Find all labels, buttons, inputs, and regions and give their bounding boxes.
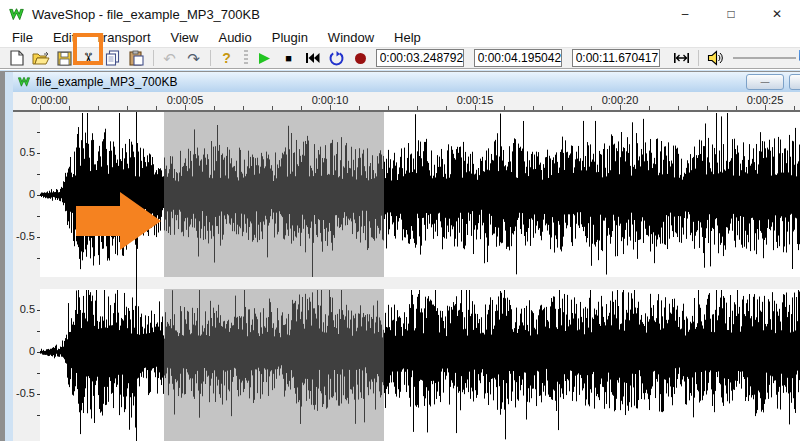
close-button[interactable]: ✕ — [754, 0, 800, 28]
time-ruler-tick — [678, 106, 679, 110]
time-ruler-tick — [707, 106, 708, 110]
amplitude-label: -0.5 — [16, 230, 35, 242]
time-ruler-tick — [272, 106, 273, 110]
mdi-area: file_example_MP3_700KB — ❐ 0:00:000:00:0… — [0, 71, 800, 441]
menu-edit[interactable]: Edit — [43, 28, 85, 47]
speaker-icon — [707, 50, 723, 66]
menu-audio[interactable]: Audio — [208, 28, 261, 47]
menu-plugin[interactable]: Plugin — [262, 28, 318, 47]
selection-start-time-field[interactable] — [474, 49, 562, 67]
time-ruler-label: 0:00:25 — [741, 94, 789, 106]
paste-button[interactable] — [125, 48, 149, 68]
time-ruler-tick — [359, 106, 360, 110]
undo-button[interactable]: ↶ — [158, 48, 182, 68]
toolbar: ✂ ↶ ↷ ? — [0, 47, 800, 69]
time-ruler-tick — [417, 106, 418, 110]
help-button[interactable]: ? — [215, 48, 239, 68]
app-window: WaveShop - file_example_MP3_700KB – □ ✕ … — [0, 0, 800, 441]
time-ruler-tick — [591, 106, 592, 110]
menu-help[interactable]: Help — [384, 28, 431, 47]
time-ruler-label: 0:00:05 — [161, 94, 209, 106]
amplitude-label: 0 — [29, 345, 35, 357]
document-window: file_example_MP3_700KB — ❐ 0:00:000:00:0… — [5, 72, 800, 441]
amplitude-label: 0 — [29, 188, 35, 200]
waveform-canvas[interactable] — [40, 112, 800, 441]
stop-button[interactable]: ■ — [277, 48, 301, 68]
document-restore-button[interactable]: ❐ — [789, 74, 800, 90]
time-ruler-tick — [736, 106, 737, 110]
redo-button[interactable]: ↷ — [182, 48, 206, 68]
maximize-button[interactable]: □ — [708, 0, 754, 28]
amplitude-label: 0.5 — [20, 303, 35, 315]
paste-icon — [129, 50, 144, 66]
time-ruler-tick — [127, 106, 128, 110]
minimize-button[interactable]: – — [662, 0, 708, 28]
play-button[interactable] — [253, 48, 277, 68]
copy-icon — [105, 50, 120, 66]
menu-view[interactable]: View — [161, 28, 209, 47]
waveform-view: 0.50-0.50.50-0.5 — [13, 112, 800, 441]
window-title: WaveShop - file_example_MP3_700KB — [32, 7, 260, 22]
app-logo-icon — [8, 6, 25, 23]
time-ruler-tick — [388, 106, 389, 110]
open-file-button[interactable] — [29, 48, 53, 68]
time-ruler-tick — [533, 106, 534, 110]
time-ruler-tick — [504, 106, 505, 110]
save-button[interactable] — [53, 48, 77, 68]
time-ruler-label: 0:00:15 — [451, 94, 499, 106]
window-controls: – □ ✕ — [662, 0, 800, 28]
time-ruler-tick — [649, 106, 650, 110]
copy-button[interactable] — [101, 48, 125, 68]
rewind-button[interactable] — [301, 48, 325, 68]
loop-button[interactable] — [325, 48, 349, 68]
selection-end-time-field[interactable] — [572, 49, 660, 67]
time-ruler-label: 0:00:10 — [306, 94, 354, 106]
time-ruler-label: 0:00:20 — [596, 94, 644, 106]
new-file-button[interactable] — [5, 48, 29, 68]
time-ruler-tick — [156, 106, 157, 110]
time-ruler-tick — [243, 106, 244, 110]
volume-slider[interactable] — [733, 49, 800, 67]
record-icon — [355, 53, 366, 64]
fit-width-icon — [673, 52, 690, 64]
help-icon: ? — [222, 51, 231, 65]
time-ruler-tick — [446, 106, 447, 110]
undo-icon: ↶ — [163, 51, 176, 66]
time-ruler-tick — [562, 106, 563, 110]
volume-slider-track[interactable] — [733, 57, 796, 59]
menu-window[interactable]: Window — [318, 28, 384, 47]
menubar: File Edit Transport View Audio Plugin Wi… — [0, 28, 800, 47]
play-icon — [258, 52, 271, 65]
time-ruler-tick — [69, 106, 70, 110]
record-button[interactable] — [349, 48, 373, 68]
amplitude-label: -0.5 — [16, 387, 35, 399]
redo-icon: ↷ — [187, 51, 200, 66]
scissors-icon: ✂ — [81, 52, 96, 65]
loop-icon — [329, 51, 344, 66]
open-folder-icon — [32, 51, 50, 66]
rewind-icon — [305, 52, 320, 64]
menu-file[interactable]: File — [2, 28, 43, 47]
save-floppy-icon — [57, 51, 72, 66]
amplitude-label: 0.5 — [20, 146, 35, 158]
time-ruler-label: 0:00:00 — [31, 94, 68, 106]
toolbar-grip[interactable] — [244, 50, 248, 66]
time-ruler-tick — [214, 106, 215, 110]
titlebar: WaveShop - file_example_MP3_700KB – □ ✕ — [0, 0, 800, 28]
document-logo-icon — [17, 75, 31, 89]
time-ruler[interactable]: 0:00:000:00:050:00:100:00:150:00:200:00:… — [13, 92, 800, 110]
time-ruler-tick — [98, 106, 99, 110]
document-title: file_example_MP3_700KB — [36, 75, 177, 89]
volume-mute-button[interactable] — [703, 48, 727, 68]
new-file-icon — [10, 50, 24, 66]
fit-width-button[interactable] — [670, 48, 694, 68]
time-ruler-tick — [794, 106, 795, 110]
menu-transport[interactable]: Transport — [85, 28, 160, 47]
time-ruler-tick — [301, 106, 302, 110]
amplitude-ruler: 0.50-0.50.50-0.5 — [13, 112, 40, 441]
document-titlebar[interactable]: file_example_MP3_700KB — ❐ — [13, 72, 800, 92]
stop-icon: ■ — [285, 53, 292, 64]
cut-button[interactable]: ✂ — [77, 48, 101, 68]
document-minimize-button[interactable]: — — [746, 74, 784, 90]
position-time-field[interactable] — [376, 49, 464, 67]
